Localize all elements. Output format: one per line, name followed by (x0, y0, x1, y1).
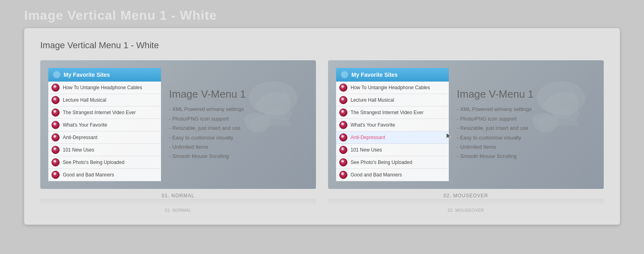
mo-item-label-3: What's Your Favorite (351, 122, 395, 128)
mo-item-icon-1 (339, 96, 347, 104)
menu-header-icon (53, 71, 60, 78)
mo-item-icon-7 (339, 171, 347, 179)
mo-item-7[interactable]: Good and Bad Manners (336, 169, 449, 181)
page-bg-title: Image Vertical Menu 1 - White (24, 8, 217, 23)
demo-preview-mouseover: PHOTOPHOTO.CN PHOTOPHOTO.CN PHOTOPHOTO.C… (328, 60, 604, 189)
menu-item-icon-4 (52, 133, 60, 141)
info-feature-1: Photo/PNG icon support (169, 114, 300, 123)
footer-label-mouseover: 02. MOUSEOVER (328, 208, 604, 213)
info-list-mo: XML Powered w/many settings Photo/PNG ic… (457, 104, 588, 161)
menu-header-label: My Favorite Sites (64, 72, 110, 78)
mo-item-3[interactable]: What's Your Favorite (336, 119, 449, 131)
menu-header-mouseover: My Favorite Sites (336, 68, 449, 82)
menu-item-3[interactable]: What's Your Favorite (48, 119, 161, 131)
menu-item-2[interactable]: The Strangest Internet Video Ever (48, 107, 161, 119)
demo-preview-normal: PHOTOPHOTO.CN PHOTOPHOTO.CN PHOTOPHOTO.C… (40, 60, 316, 189)
menu-item-icon-7 (52, 171, 60, 179)
menu-item-label-1: Lecture Hall Musical (63, 97, 106, 103)
menu-item-4[interactable]: Anti-Depressant (48, 131, 161, 144)
mo-item-1[interactable]: Lecture Hall Musical (336, 94, 449, 107)
info-panel-mouseover: Image V-Menu 1 XML Powered w/many settin… (449, 88, 596, 161)
info-feature-4: Unlimited Items (169, 142, 300, 152)
menu-widget-mouseover: My Favorite Sites How To Untangle Headph… (336, 68, 449, 181)
mo-item-label-1: Lecture Hall Musical (351, 97, 394, 103)
info-panel-normal: Image V-Menu 1 XML Powered w/many settin… (161, 88, 308, 161)
menu-item-label-5: 101 New Uses (63, 147, 94, 153)
menu-items-mouseover: How To Untangle Headphone Cables Lecture… (336, 82, 449, 181)
mo-feature-0: XML Powered w/many settings (457, 104, 588, 114)
menu-item-label-6: See Photo's Being Uploaded (63, 160, 124, 165)
menu-header-icon-mo (341, 71, 348, 78)
info-feature-2: Resizable, just insert and use (169, 123, 300, 133)
info-feature-3: Easy to customise visually (169, 133, 300, 142)
mo-item-0[interactable]: How To Untangle Headphone Cables (336, 82, 449, 94)
info-feature-0: XML Powered w/many settings (169, 104, 300, 114)
demos-row: PHOTOPHOTO.CN PHOTOPHOTO.CN PHOTOPHOTO.C… (40, 60, 604, 199)
menu-header-label-mo: My Favorite Sites (351, 72, 398, 78)
menu-item-0[interactable]: How To Untangle Headphone Cables (48, 82, 161, 94)
menu-item-label-2: The Strangest Internet Video Ever (63, 110, 136, 115)
mo-feature-4: Unlimited Items (457, 142, 588, 152)
menu-item-icon-0 (52, 84, 60, 92)
card-title: Image Vertical Menu 1 - White (40, 40, 604, 51)
mo-item-icon-2 (339, 109, 347, 117)
menu-item-1[interactable]: Lecture Hall Musical (48, 94, 161, 107)
menu-item-icon-5 (52, 146, 60, 154)
mo-feature-3: Easy to customise visually (457, 133, 588, 142)
mo-item-label-2: The Strangest Internet Video Ever (351, 110, 423, 115)
mo-item-icon-4 (339, 133, 347, 141)
mo-item-icon-0 (339, 84, 347, 92)
menu-item-label-0: How To Untangle Headphone Cables (63, 85, 142, 90)
footer-label-normal: 01. NORMAL (40, 208, 316, 213)
info-title-normal: Image V-Menu 1 (169, 88, 300, 100)
menu-item-5[interactable]: 101 New Uses (48, 144, 161, 156)
main-card: Image Vertical Menu 1 - White PHOTOPHOTO… (24, 28, 620, 225)
menu-header-normal: My Favorite Sites (48, 68, 161, 82)
mo-item-icon-6 (339, 158, 347, 166)
info-title-mo: Image V-Menu 1 (457, 88, 588, 100)
menu-item-icon-3 (52, 121, 60, 129)
menu-widget-normal: My Favorite Sites How To Untangle Headph… (48, 68, 161, 181)
menu-items-normal: How To Untangle Headphone Cables Lecture… (48, 82, 161, 181)
mo-item-2[interactable]: The Strangest Internet Video Ever (336, 107, 449, 119)
menu-item-icon-1 (52, 96, 60, 104)
menu-item-icon-6 (52, 158, 60, 166)
menu-item-label-3: What's Your Favorite (63, 122, 107, 128)
mo-feature-1: Photo/PNG icon support (457, 114, 588, 123)
menu-item-label-4: Anti-Depressant (63, 135, 97, 140)
menu-item-label-7: Good and Bad Manners (63, 172, 114, 178)
demo-label-mouseover: 02. MOUSEOVER (444, 193, 488, 199)
mo-item-6[interactable]: See Photo's Being Uploaded (336, 156, 449, 169)
mo-item-label-7: Good and Bad Manners (351, 172, 402, 178)
menu-item-7[interactable]: Good and Bad Manners (48, 169, 161, 181)
mo-item-label-5: 101 New Uses (351, 147, 382, 153)
mo-item-label-0: How To Untangle Headphone Cables (351, 85, 430, 90)
footer-labels: 01. NORMAL 02. MOUSEOVER (40, 208, 604, 213)
mo-feature-5: Smooth Mouse Scrolling (457, 152, 588, 161)
mo-feature-2: Resizable, just insert and use (457, 123, 588, 133)
info-feature-5: Smooth Mouse Scrolling (169, 152, 300, 161)
menu-item-6[interactable]: See Photo's Being Uploaded (48, 156, 161, 169)
menu-item-icon-2 (52, 109, 60, 117)
mo-item-icon-5 (339, 146, 347, 154)
mo-item-label-4: Anti-Depressant (351, 135, 385, 140)
mo-item-icon-3 (339, 121, 347, 129)
mo-item-4-hovered[interactable]: Anti-Depressant (336, 131, 449, 144)
mo-item-5[interactable]: 101 New Uses (336, 144, 449, 156)
demo-label-normal: 01. NORMAL (162, 193, 194, 199)
mo-item-label-6: See Photo's Being Uploaded (351, 160, 412, 165)
demo-normal: PHOTOPHOTO.CN PHOTOPHOTO.CN PHOTOPHOTO.C… (40, 60, 316, 199)
info-list-normal: XML Powered w/many settings Photo/PNG ic… (169, 104, 300, 161)
reflection-area (40, 199, 604, 205)
demo-mouseover: PHOTOPHOTO.CN PHOTOPHOTO.CN PHOTOPHOTO.C… (328, 60, 604, 199)
